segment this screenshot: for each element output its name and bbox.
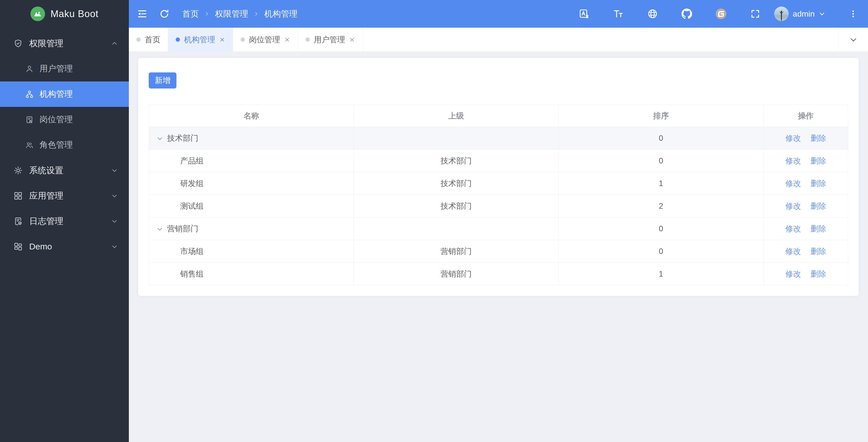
tab-close-icon[interactable] (219, 37, 225, 43)
app-logo[interactable]: Maku Boot (0, 0, 129, 28)
table-row: 研发组技术部门1修改删除 (149, 172, 848, 195)
edit-link[interactable]: 修改 (785, 202, 801, 210)
cell-actions: 修改删除 (763, 172, 848, 195)
edit-link[interactable]: 修改 (785, 134, 801, 142)
delete-link[interactable]: 删除 (810, 270, 826, 278)
cell-actions: 修改删除 (763, 127, 848, 149)
tab-用户管理[interactable]: 用户管理 (298, 28, 363, 52)
tab-close-icon[interactable] (349, 37, 355, 43)
roles-icon (25, 141, 33, 149)
cell-sort: 0 (558, 240, 763, 263)
menu-fold-icon[interactable] (136, 8, 148, 20)
delete-link[interactable]: 删除 (810, 247, 826, 256)
table-row: 技术部门0修改删除 (149, 127, 848, 149)
table-row: 销售组营销部门1修改删除 (149, 263, 848, 285)
delete-link[interactable]: 删除 (810, 202, 826, 210)
fullscreen-icon[interactable] (749, 8, 761, 20)
tab-dot-icon (306, 37, 310, 42)
sidebar-group-系统设置[interactable]: 系统设置 (0, 158, 129, 183)
cell-actions: 修改删除 (763, 195, 848, 217)
sidebar-item-角色管理[interactable]: 角色管理 (0, 132, 129, 158)
sidebar-item-label: 角色管理 (39, 139, 73, 150)
org-name: 测试组 (180, 202, 204, 210)
cell-parent: 营销部门 (353, 263, 558, 285)
org-chart-icon (25, 90, 33, 98)
column-header-parent: 上级 (353, 105, 558, 127)
chevron-down-icon (111, 167, 118, 174)
cell-name: 技术部门 (149, 127, 354, 149)
org-name: 销售组 (180, 270, 204, 278)
cell-actions: 修改删除 (763, 149, 848, 172)
table-row: 测试组技术部门2修改删除 (149, 195, 848, 217)
sidebar-item-用户管理[interactable]: 用户管理 (0, 56, 129, 81)
delete-link[interactable]: 删除 (810, 134, 826, 142)
edit-link[interactable]: 修改 (785, 224, 801, 233)
cell-parent (353, 127, 558, 149)
demo-grid-icon (13, 242, 23, 251)
sidebar-group-日志管理[interactable]: 日志管理 (0, 208, 129, 234)
tab-dot-icon (176, 37, 180, 42)
chevron-down-icon (111, 243, 118, 250)
cell-parent: 营销部门 (353, 240, 558, 263)
avatar (774, 6, 789, 21)
sidebar-item-岗位管理[interactable]: 岗位管理 (0, 107, 129, 132)
tab-label: 岗位管理 (249, 34, 280, 45)
cell-parent: 技术部门 (353, 172, 558, 195)
refresh-icon[interactable] (159, 8, 170, 20)
cell-parent (353, 217, 558, 240)
translate-icon[interactable] (578, 8, 590, 20)
delete-link[interactable]: 删除 (810, 179, 826, 188)
expand-row-icon[interactable] (157, 135, 163, 142)
add-button[interactable]: 新增 (149, 72, 177, 89)
sidebar: Maku Boot 权限管理用户管理机构管理岗位管理角色管理系统设置应用管理日志… (0, 0, 129, 442)
tab-close-icon[interactable] (284, 37, 290, 43)
org-name: 市场组 (180, 247, 204, 256)
gitee-icon[interactable] (715, 8, 727, 20)
edit-link[interactable]: 修改 (785, 270, 801, 278)
sidebar-group-权限管理[interactable]: 权限管理 (0, 31, 129, 56)
org-name: 研发组 (180, 179, 204, 188)
delete-link[interactable]: 删除 (810, 224, 826, 233)
breadcrumb-permission[interactable]: 权限管理 (215, 8, 248, 20)
cell-name: 营销部门 (149, 217, 354, 240)
expand-row-icon[interactable] (157, 226, 163, 232)
table-row: 产品组技术部门0修改删除 (149, 149, 848, 172)
cell-actions: 修改删除 (763, 217, 848, 240)
breadcrumb-home[interactable]: 首页 (182, 8, 199, 20)
sidebar-group-应用管理[interactable]: 应用管理 (0, 183, 129, 208)
org-name: 营销部门 (167, 224, 198, 233)
github-icon[interactable] (681, 8, 692, 20)
edit-link[interactable]: 修改 (785, 179, 801, 188)
org-table: 名称 上级 排序 操作 技术部门0修改删除产品组技术部门0修改删除研发组技术部门… (149, 105, 848, 285)
user-menu[interactable]: admin (774, 6, 825, 21)
cell-sort: 0 (558, 149, 763, 172)
cell-name: 测试组 (149, 195, 354, 217)
cell-parent: 技术部门 (353, 149, 558, 172)
more-options-icon[interactable] (847, 8, 859, 20)
user-icon (25, 65, 33, 73)
org-name: 产品组 (180, 157, 204, 165)
top-header: 首页 权限管理 机构管理 admin (129, 0, 868, 28)
header-icons: admin (578, 6, 859, 21)
tab-机构管理[interactable]: 机构管理 (168, 28, 233, 52)
cell-sort: 0 (558, 127, 763, 149)
content-card: 新增 名称 上级 排序 操作 技术部门0修改删除产品组技术部门0修改删除研发组技… (138, 58, 859, 296)
log-check-icon (13, 217, 23, 226)
delete-link[interactable]: 删除 (810, 157, 826, 165)
sidebar-item-机构管理[interactable]: 机构管理 (0, 81, 129, 107)
sidebar-group-Demo[interactable]: Demo (0, 234, 129, 259)
cell-sort: 1 (558, 263, 763, 285)
tab-bar: 首页机构管理岗位管理用户管理 (129, 28, 868, 52)
tab-dot-icon (241, 37, 245, 42)
edit-link[interactable]: 修改 (785, 247, 801, 256)
tab-首页[interactable]: 首页 (129, 28, 168, 52)
globe-icon[interactable] (647, 8, 658, 20)
app-title: Maku Boot (51, 8, 99, 20)
tabs-dropdown-button[interactable] (838, 28, 868, 52)
user-name: admin (793, 9, 815, 19)
chevron-down-icon (849, 36, 858, 44)
font-size-icon[interactable] (613, 8, 624, 20)
tab-岗位管理[interactable]: 岗位管理 (233, 28, 298, 52)
edit-link[interactable]: 修改 (785, 157, 801, 165)
apps-grid-icon (13, 191, 23, 200)
